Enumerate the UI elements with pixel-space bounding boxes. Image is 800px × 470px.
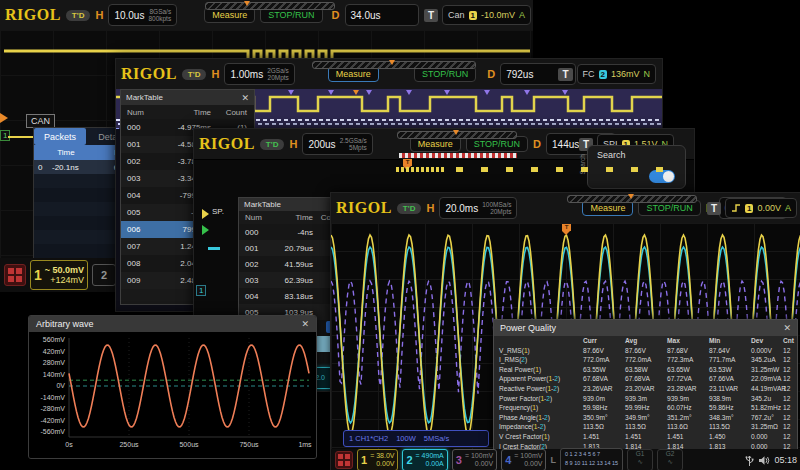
pq-value: 113.5Ω bbox=[625, 422, 667, 432]
channel2-badge[interactable]: 2 bbox=[92, 264, 116, 286]
math-channel-label[interactable]: 1 CH1*CH2 100W 5MSa/s bbox=[343, 430, 489, 447]
timebase-block[interactable]: 20.0ms 100MSa/s 20Mpts bbox=[439, 197, 517, 219]
arb-titlebar[interactable]: Arbitrary wave ✕ bbox=[29, 316, 316, 332]
pq-row[interactable]: Impedance(1-2)113.5Ω113.5Ω113.6Ω113.5Ω31… bbox=[494, 422, 797, 432]
pq-value: 772.0mA bbox=[625, 355, 667, 365]
pq-label: Reactive Power(1-2) bbox=[494, 384, 583, 394]
logic-channels-badge[interactable]: 0 1 2 3 4 5 6 7 8 9 10 11 12 13 14 15 bbox=[560, 448, 623, 470]
mark-num: 001 bbox=[239, 244, 267, 253]
bus-label[interactable]: CAN bbox=[26, 114, 55, 128]
trigger-level-arrow-icon[interactable] bbox=[0, 113, 8, 123]
pq-row[interactable]: V_RMS(1)87.66V87.66V87.68V87.64V0.000V12 bbox=[494, 346, 797, 356]
trigger-block[interactable]: T FC 2 136mV N bbox=[558, 64, 656, 84]
math-scale: 100W bbox=[396, 434, 416, 443]
waveform-memory-bar[interactable] bbox=[567, 195, 697, 203]
coupling-icon: ~ bbox=[45, 265, 50, 275]
pq-value: 113.6Ω bbox=[667, 422, 709, 432]
marktable-titlebar[interactable]: MarkTable ✕ bbox=[121, 90, 254, 105]
trigger-channel-chip: 2 bbox=[599, 70, 607, 79]
logic-tag[interactable]: 1 bbox=[196, 285, 206, 296]
bus-label[interactable]: SP. bbox=[212, 207, 224, 216]
trigger-channel-chip: 1 bbox=[469, 11, 477, 20]
channel3-badge[interactable]: 3 = 100mV 0.00V bbox=[452, 449, 497, 470]
close-icon[interactable]: ✕ bbox=[241, 93, 249, 103]
menu-grid-button[interactable] bbox=[4, 264, 26, 286]
pq-value: 22.09mVA bbox=[751, 374, 783, 384]
pq-value: 1.451 bbox=[583, 432, 625, 442]
pq-value: 772.3mA bbox=[667, 355, 709, 365]
delay-block[interactable]: 34.0us bbox=[345, 4, 419, 26]
channel-cyan-marker[interactable] bbox=[208, 247, 220, 250]
gen2-button[interactable]: G2 ∿ bbox=[657, 449, 683, 470]
scope-window-power: RIGOL T'D H 20.0ms 100MSa/s 20Mpts Measu… bbox=[330, 192, 800, 470]
pq-row[interactable]: Frequency(1)59.98Hz59.99Hz60.07Hz59.86Hz… bbox=[494, 403, 797, 413]
trigger-position-marker[interactable]: T bbox=[562, 224, 571, 231]
rate-line1: 2GSa/s bbox=[267, 67, 289, 74]
close-icon[interactable]: ✕ bbox=[783, 323, 791, 333]
sample-rate: 2.5GSa/s 5Mpts bbox=[340, 137, 367, 152]
channel2-badge[interactable]: 2 = 490mA 0.00A bbox=[402, 449, 447, 470]
sine-wave-icon: ∿ bbox=[637, 458, 642, 465]
pq-value: 63.65W bbox=[667, 365, 709, 375]
channel1-badge[interactable]: 1 ~ 50.0mV +124mV bbox=[30, 260, 88, 290]
pq-value: 345.2u bbox=[751, 394, 783, 404]
channel4-offset: 0.00V bbox=[524, 460, 542, 467]
trigd-status-badge: T'D bbox=[397, 203, 422, 214]
power-quality-titlebar[interactable]: Power Quality ✕ bbox=[494, 320, 797, 336]
marktable-columns: Num Time Count bbox=[121, 105, 254, 119]
pq-row[interactable]: Phase Angle(1-2)350.9m°349.9m°351.2m°348… bbox=[494, 413, 797, 423]
waveform-memory-bar[interactable] bbox=[397, 131, 517, 139]
channel4-badge[interactable]: 4 = 100mV 0.00V bbox=[501, 449, 546, 470]
col-time: Time bbox=[153, 108, 211, 117]
channel2-offset: 0.00A bbox=[426, 460, 444, 467]
channel1-number: 1 bbox=[361, 454, 367, 466]
mark-caret bbox=[562, 90, 568, 95]
close-icon[interactable]: ✕ bbox=[301, 319, 309, 329]
trigger-key: T bbox=[707, 202, 721, 215]
waveform-memory-bar[interactable] bbox=[205, 2, 335, 10]
memory-trigger-caret bbox=[389, 60, 395, 65]
pq-row[interactable]: I_RMS(2)772.0mA772.0mA772.3mA771.7mA345.… bbox=[494, 355, 797, 365]
trigger-block[interactable]: T Can 1 -10.0mV A bbox=[424, 5, 531, 25]
timebase-block[interactable]: 10.0us 8GSa/s 800kpts bbox=[108, 4, 177, 26]
menu-grid-button[interactable] bbox=[335, 451, 353, 469]
power-quality-rows: V_RMS(1)87.66V87.66V87.68V87.64V0.000V12… bbox=[494, 346, 797, 452]
timebase-block[interactable]: 200us 2.5GSa/s 5Mpts bbox=[302, 133, 372, 155]
memory-trigger-caret bbox=[628, 194, 634, 199]
pq-row[interactable]: Power Factor(1-2)939.0m939.3m939.9m938.9… bbox=[494, 394, 797, 404]
tab-packets[interactable]: Packets bbox=[34, 128, 86, 145]
scope4-header: RIGOL T'D H 20.0ms 100MSa/s 20Mpts Measu… bbox=[331, 193, 800, 224]
trigger-mode: A bbox=[785, 203, 791, 213]
channel-green-arrow-icon[interactable] bbox=[202, 225, 209, 235]
sound-icon[interactable] bbox=[758, 455, 770, 466]
pq-row[interactable]: Apparent Power(1-2)67.68VA67.68VA67.72VA… bbox=[494, 374, 797, 384]
mark-num: 000 bbox=[121, 123, 153, 132]
pq-row[interactable]: Real Power(1)63.55W63.58W63.65W63.53W31.… bbox=[494, 365, 797, 375]
delay-key: D bbox=[533, 138, 541, 150]
clock-time: 05:18 bbox=[774, 455, 797, 465]
waveform-memory-bar[interactable] bbox=[312, 61, 476, 69]
pq-label: I_RMS(2) bbox=[494, 355, 583, 365]
pq-row[interactable]: Reactive Power(1-2)23.26VAR23.20VAR23.28… bbox=[494, 384, 797, 394]
sine-wave-icon: ∿ bbox=[667, 458, 672, 465]
pq-value: 59.99Hz bbox=[625, 403, 667, 413]
horizontal-key: H bbox=[95, 9, 103, 21]
pq-label: Power Factor(1-2) bbox=[494, 394, 583, 404]
trigger-block[interactable]: T 1 0.00V A bbox=[707, 198, 797, 218]
gen2-label: G2 bbox=[666, 450, 675, 457]
pq-value: 59.98Hz bbox=[583, 403, 625, 413]
trigd-status-badge: T'D bbox=[182, 69, 207, 80]
pq-row[interactable]: V Crest Factor(1)1.4511.4511.4511.4500.0… bbox=[494, 432, 797, 442]
trigger-key: T bbox=[558, 68, 572, 81]
memory-trigger-caret bbox=[453, 130, 459, 135]
mark-caret bbox=[328, 90, 334, 95]
rate-line1: 8GSa/s bbox=[150, 8, 172, 15]
channel1-badge[interactable]: 1 = 38.0V 0.00V bbox=[357, 449, 398, 470]
channel1-level-arrow-icon[interactable] bbox=[202, 209, 209, 219]
trigger-mode: A bbox=[519, 10, 525, 20]
gen1-button[interactable]: G1 ∿ bbox=[627, 449, 653, 470]
delay-value: 34.0us bbox=[351, 10, 381, 21]
channel2-scale: = 490mA bbox=[416, 452, 444, 459]
pq-value: 767.2u° bbox=[751, 413, 783, 423]
timebase-block[interactable]: 1.00ms 2GSa/s 20Mpts bbox=[224, 63, 294, 85]
